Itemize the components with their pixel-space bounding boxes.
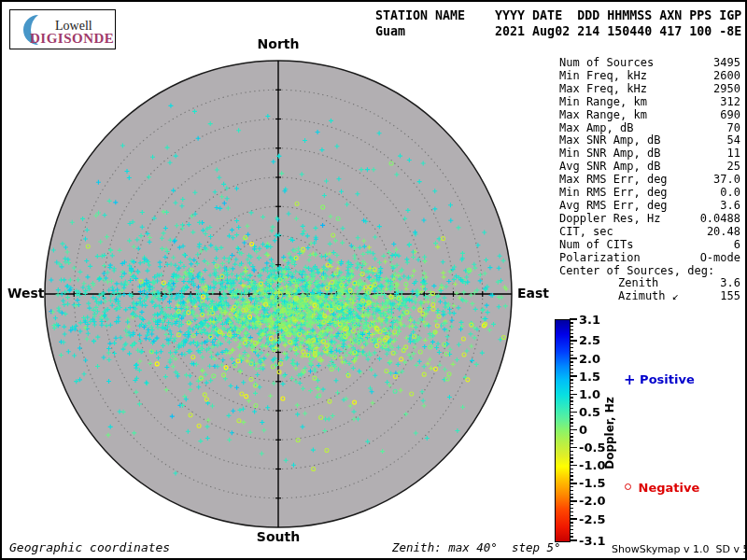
colorbar-minor-tick [570,390,573,391]
colorbar-minor-tick [570,355,573,356]
stat-value: 0.0 [720,187,740,200]
skymap-window: Lowell DIGISONDE STATION NAME YYYY DATE … [0,0,747,560]
colorbar-major-tick [570,500,577,501]
colorbar-tick-label: 0.5 [579,406,600,418]
colorbar-minor-tick [570,511,573,512]
stat-label: Doppler Res, Hz [559,213,660,226]
colorbar-minor-tick [570,326,573,327]
colorbar-minor-tick [570,529,573,530]
colorbar-minor-tick [570,383,573,384]
colorbar-minor-tick [570,508,573,509]
colorbar-minor-tick [570,486,573,487]
stat-value: 37.0 [713,174,740,187]
colorbar-minor-tick [570,400,573,401]
colorbar-major-tick [570,394,577,395]
stat-label: Max SNR Amp, dB [559,134,660,147]
colorbar-minor-tick [570,536,573,537]
colorbar-minor-tick [570,369,573,370]
colorbar-minor-tick [570,365,573,366]
colorbar-axis-label: Doppler, Hz [603,397,616,469]
stat-label: CIT, sec [559,226,613,239]
colorbar-tick-label: 1.0 [579,388,600,400]
colorbar-major-tick [570,518,577,519]
colorbar-minor-tick [570,422,573,423]
stat-value: 6 [734,239,740,252]
stat-label: Num of Sources [559,57,654,70]
colorbar-minor-tick [570,426,573,427]
colorbar-minor-tick [570,333,573,334]
stat-label: Min Range, km [559,96,647,109]
colorbar-minor-tick [570,443,573,444]
colorbar-tick-label: -2.0 [579,495,605,507]
stat-value: 2600 [713,70,740,83]
colorbar-tick-label: 2.5 [579,334,600,346]
legend-positive-label: Positive [640,372,695,386]
colorbar-minor-tick [570,329,573,330]
colorbar-minor-tick [570,336,573,337]
stat-label: Min SNR Amp, dB [559,147,660,161]
colorbar-minor-tick [570,436,573,437]
colorbar-minor-tick [570,525,573,526]
legend-negative-label: Negative [639,481,700,495]
stat-value: 11 [727,147,740,161]
stat-label: Max Range, km [559,109,647,122]
colorbar-tick-label: 3.1 [579,314,600,326]
colorbar-tick-label: -1.5 [579,477,605,489]
stat-row: Max RMS Err, deg37.0 [559,174,740,187]
colorbar-minor-tick [570,494,573,495]
colorbar-minor-tick [570,461,573,462]
compass-label-north: North [258,36,300,51]
colorbar-minor-tick [570,386,573,387]
stat-row: PolarizationO-mode [559,252,740,265]
stat-row: Azimuth ↙155 [559,290,740,303]
stat-label: Zenith [618,277,658,290]
header-station-values: Guam 2021 Aug02 214 150440 417 100 -8E [375,24,741,38]
colorbar-tick-label: -0.5 [579,441,605,454]
stat-row: CIT, sec20.48 [559,226,740,239]
stat-label: Azimuth ↙ [618,290,679,303]
zenith-range-label: Zenith: max 40° step 5° [392,540,561,554]
stat-value: 25 [727,161,740,174]
colorbar-major-tick [570,539,577,540]
colorbar-minor-tick [570,408,573,409]
stat-value: O-mode [700,252,740,265]
colorbar-minor-tick [570,457,573,458]
station-header: STATION NAME YYYY DATE DDD HHMMSS AXN PP… [375,7,741,39]
stat-row: Max Range, km690 [559,109,740,122]
colorbar-minor-tick [570,451,573,452]
colorbar-minor-tick [570,515,573,516]
colorbar-major-tick [570,483,577,483]
circle-marker-icon [625,483,631,490]
colorbar-minor-tick [570,418,573,419]
stat-row: Max Amp, dB70 [559,122,740,135]
stat-value: 70 [727,122,740,135]
stat-label: Max Freq, kHz [559,83,647,96]
colorbar-minor-tick [570,343,573,344]
colorbar-major-tick [570,429,577,430]
logo-text-digisonde: DIGISONDE [30,31,114,47]
colorbar-tick-label: 2.0 [579,353,600,365]
stat-value: 54 [727,134,740,147]
stat-label: Min RMS Err, deg [559,187,668,200]
colorbar-minor-tick [570,415,573,416]
stat-label: Min Freq, kHz [559,70,647,83]
lowell-digisonde-logo: Lowell DIGISONDE [9,9,116,49]
colorbar-minor-tick [570,522,573,523]
colorbar-minor-tick [570,479,573,480]
colorbar-minor-tick [570,379,573,380]
software-version-label: ShowSkymap v 1.0 SD v 5.1 [612,543,747,555]
compass-label-east: East [517,286,549,301]
stat-row: Num of Sources3495 [559,57,740,70]
compass-label-south: South [257,529,300,544]
colorbar-minor-tick [570,472,573,473]
colorbar-tick-label: -3.1 [579,535,605,547]
stat-label: Center of Sources, deg: [559,265,714,278]
colorbar-minor-tick [570,433,573,434]
stat-label: Avg RMS Err, deg [559,200,668,213]
stat-label: Max RMS Err, deg [559,174,668,187]
stat-label: Max Amp, dB [559,122,633,135]
stat-value: 3495 [713,57,740,70]
stat-row: Max Freq, kHz2950 [559,83,740,96]
legend-negative-doppler: Negative [624,481,699,495]
stat-value: 2950 [713,83,740,96]
